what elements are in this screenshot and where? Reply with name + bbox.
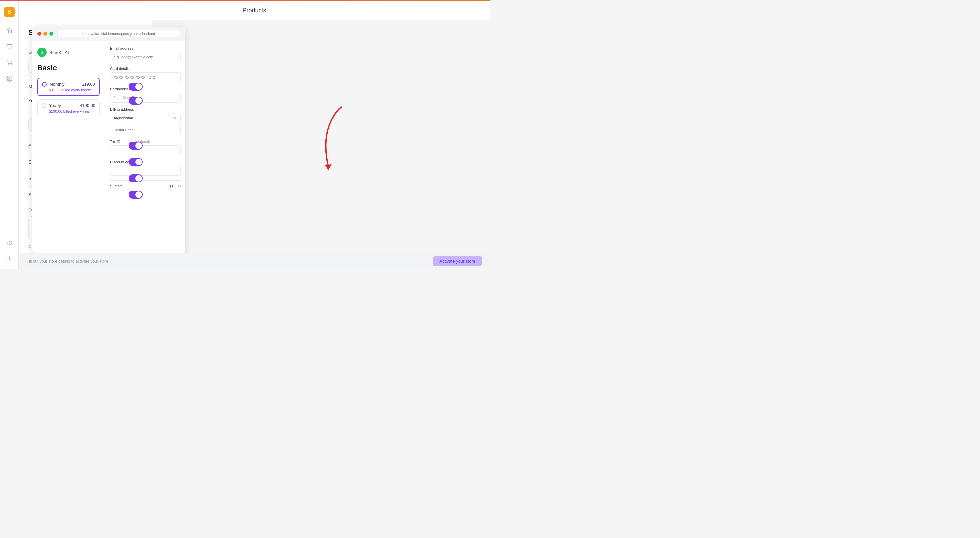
plan-name-yearly: Yearly	[49, 103, 61, 108]
tax-group: Tax ID number (optional)	[110, 140, 181, 155]
browser-dots	[37, 32, 53, 36]
billing-label: Billing address	[110, 107, 181, 111]
plan-desc-yearly: $190.00 billed every year	[42, 109, 95, 113]
browser-dot-red	[37, 32, 41, 36]
radio-yearly	[42, 103, 46, 108]
cardholder-label: Cardholder name	[110, 87, 181, 91]
card-label: Card details	[110, 67, 181, 71]
cardholder-input[interactable]	[110, 93, 181, 103]
page-title: Products	[242, 7, 266, 14]
arrow-indicator	[312, 103, 352, 177]
cardholder-group: Cardholder name	[110, 87, 181, 103]
email-group: Email address	[110, 46, 181, 62]
sidebar-item-orders[interactable]	[4, 57, 15, 68]
activate-store-button[interactable]: Activate your store	[433, 256, 482, 266]
checkout-left: S StartKit.AI Basic Monthly $19.	[32, 41, 105, 253]
store-icon: S	[37, 48, 47, 57]
email-input[interactable]	[110, 52, 181, 62]
svg-rect-0	[7, 45, 12, 48]
browser-dot-yellow	[43, 32, 47, 36]
plan-price-monthly: $19.00	[82, 82, 95, 87]
toggle-yearly[interactable]	[129, 97, 143, 105]
bottom-text: Fill out your store details to activate …	[27, 259, 108, 264]
checkout-preview: https://startkitai.lemonsqueezy.com/chec…	[32, 27, 185, 253]
svg-marker-9	[325, 164, 332, 170]
toggle-product-description[interactable]	[129, 174, 143, 182]
toggle-store-logo[interactable]	[129, 142, 143, 150]
variant-controls-yearly	[129, 97, 143, 105]
tax-label: Tax ID number (optional)	[110, 140, 181, 144]
sidebar-item-products[interactable]	[4, 41, 15, 52]
email-label: Email address	[110, 46, 181, 50]
toggle-product-media[interactable]	[129, 158, 143, 166]
svg-point-3	[8, 65, 9, 65]
tax-input[interactable]	[110, 145, 181, 155]
sidebar-item-home[interactable]	[4, 25, 15, 36]
plan-name-monthly: Monthly	[49, 82, 65, 87]
discount-input[interactable]	[110, 166, 181, 176]
browser-dot-green	[49, 32, 53, 36]
bottom-bar: Fill out your store details to activate …	[19, 253, 490, 269]
postal-input[interactable]	[110, 125, 181, 135]
plan-option-yearly[interactable]: Yearly $190.00 $190.00 billed every year	[37, 99, 100, 117]
radio-monthly	[42, 82, 47, 87]
country-select[interactable]: Afghanistan	[110, 113, 181, 123]
plan-option-monthly[interactable]: Monthly $19.00 $19.00 billed every month	[37, 78, 100, 96]
discount-group: Discount code	[110, 160, 181, 176]
checkout-right: Email address Card details Cardholder na…	[105, 41, 185, 253]
sidebar-item-analytics[interactable]	[4, 253, 15, 264]
sidebar-item-settings[interactable]	[4, 73, 15, 84]
checkout-body: S StartKit.AI Basic Monthly $19.	[32, 41, 185, 253]
sidebar: S	[0, 2, 19, 269]
svg-point-5	[8, 78, 10, 80]
store-name: StartKit.AI	[49, 50, 69, 55]
product-title: Basic	[37, 64, 100, 72]
card-group: Card details	[110, 67, 181, 82]
subtotal-label: Subtotal	[110, 184, 123, 188]
plan-price-yearly: $190.00	[80, 103, 95, 108]
sidebar-logo: S	[4, 7, 15, 18]
sidebar-item-affiliate[interactable]	[4, 238, 15, 249]
svg-point-4	[11, 65, 12, 65]
store-header: S StartKit.AI	[37, 48, 100, 57]
page-header: Products	[19, 2, 490, 20]
browser-bar: https://startkitai.lemonsqueezy.com/chec…	[32, 27, 185, 41]
discount-label: Discount code	[110, 160, 181, 164]
billing-group: Billing address Afghanistan	[110, 107, 181, 135]
toggle-discount-code[interactable]	[129, 191, 143, 199]
plan-desc-monthly: $19.00 billed every month	[42, 88, 95, 92]
card-input[interactable]	[110, 72, 181, 82]
subtotal-value: $19.00	[169, 184, 181, 188]
browser-url: https://startkitai.lemonsqueezy.com/chec…	[57, 30, 180, 37]
toggle-monthly[interactable]	[129, 83, 143, 91]
subtotal-row: Subtotal $19.00	[110, 180, 181, 188]
